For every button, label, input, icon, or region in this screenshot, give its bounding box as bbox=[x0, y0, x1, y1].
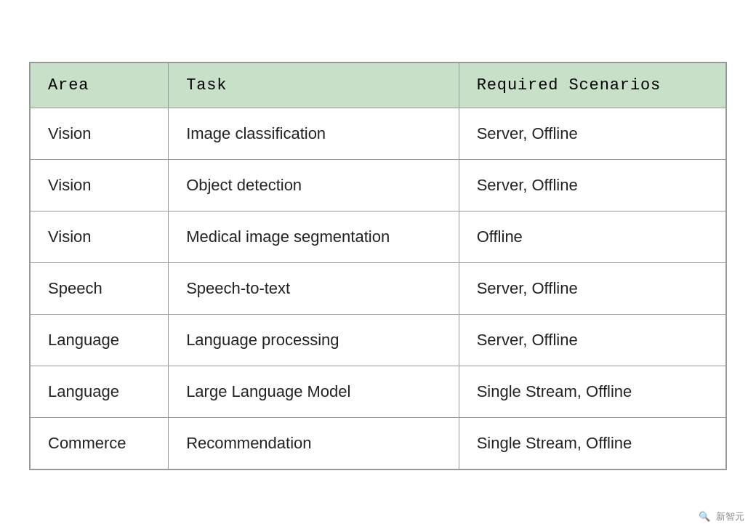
table-header-row: Area Task Required Scenarios bbox=[31, 63, 726, 108]
cell-scenarios: Single Stream, Offline bbox=[459, 366, 725, 418]
cell-area: Language bbox=[31, 366, 169, 418]
cell-task: Large Language Model bbox=[169, 366, 459, 418]
cell-scenarios: Server, Offline bbox=[459, 263, 725, 315]
cell-task: Image classification bbox=[169, 108, 459, 160]
cell-area: Speech bbox=[31, 263, 169, 315]
table-row: VisionImage classificationServer, Offlin… bbox=[31, 108, 726, 160]
header-scenarios: Required Scenarios bbox=[459, 63, 725, 108]
data-table: Area Task Required Scenarios VisionImage… bbox=[30, 63, 726, 469]
cell-scenarios: Server, Offline bbox=[459, 108, 725, 160]
table-row: LanguageLarge Language ModelSingle Strea… bbox=[31, 366, 726, 418]
table-row: LanguageLanguage processingServer, Offli… bbox=[31, 315, 726, 366]
cell-area: Language bbox=[31, 315, 169, 366]
table-row: SpeechSpeech-to-textServer, Offline bbox=[31, 263, 726, 315]
header-task: Task bbox=[169, 63, 459, 108]
header-area: Area bbox=[31, 63, 169, 108]
cell-area: Commerce bbox=[31, 418, 169, 469]
cell-area: Vision bbox=[31, 160, 169, 211]
cell-area: Vision bbox=[31, 108, 169, 160]
cell-task: Object detection bbox=[169, 160, 459, 211]
cell-scenarios: Server, Offline bbox=[459, 160, 725, 211]
cell-area: Vision bbox=[31, 211, 169, 263]
main-table-container: Area Task Required Scenarios VisionImage… bbox=[29, 62, 727, 470]
table-row: VisionMedical image segmentationOffline bbox=[31, 211, 726, 263]
cell-scenarios: Offline bbox=[459, 211, 725, 263]
cell-task: Language processing bbox=[169, 315, 459, 366]
table-row: VisionObject detectionServer, Offline bbox=[31, 160, 726, 211]
cell-task: Medical image segmentation bbox=[169, 211, 459, 263]
table-body: VisionImage classificationServer, Offlin… bbox=[31, 108, 726, 469]
cell-scenarios: Server, Offline bbox=[459, 315, 725, 366]
cell-task: Speech-to-text bbox=[169, 263, 459, 315]
cell-task: Recommendation bbox=[169, 418, 459, 469]
table-row: CommerceRecommendationSingle Stream, Off… bbox=[31, 418, 726, 469]
cell-scenarios: Single Stream, Offline bbox=[459, 418, 725, 469]
watermark: 🔍 新智元 bbox=[694, 509, 749, 525]
